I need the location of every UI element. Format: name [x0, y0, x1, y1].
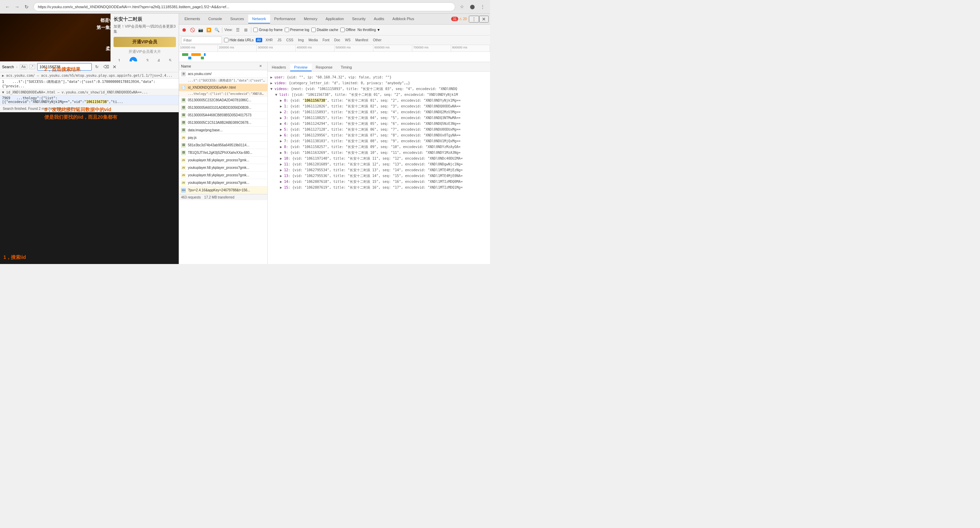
filter-all-badge[interactable]: All — [256, 38, 262, 42]
request-item-js-1[interactable]: JS pay.js — [179, 134, 267, 142]
filter-button[interactable]: 🔽 — [205, 27, 212, 33]
filter-manifest[interactable]: Manifest — [354, 38, 370, 43]
result-2-number: 7969 — [2, 96, 14, 100]
filter-img[interactable]: Img — [297, 38, 305, 43]
ep-4[interactable]: 4 — [158, 58, 160, 61]
request-item-js-2[interactable]: JS youkuplayer.fdl.ykplayer_process?gmk.… — [179, 156, 267, 164]
disable-cache-label[interactable]: Disable cache — [311, 28, 338, 32]
tab-headers[interactable]: Headers — [268, 64, 290, 71]
name-close-icon[interactable]: ✕ — [259, 64, 262, 68]
detail-view-button[interactable]: ⊞ — [243, 27, 249, 33]
preserve-log-label[interactable]: Preserve log — [285, 28, 309, 32]
request-item-img-3[interactable]: 🖼 051300005A4468CB859B5D05D4017573 — [179, 112, 267, 119]
request-sub-1: ...thology":{"list":[{"encodevid":"XNDl0… — [179, 91, 267, 97]
preserve-log-checkbox[interactable] — [285, 28, 289, 32]
ep-5[interactable]: 5 — [169, 58, 172, 61]
search-regex-toggle[interactable]: .* — [29, 64, 35, 69]
disable-cache-checkbox[interactable] — [311, 28, 316, 32]
request-item-img-1[interactable]: 🖼 051300005C232C86ADA2D40781086C... — [179, 97, 267, 104]
tab-memory[interactable]: Memory — [300, 15, 321, 24]
filter-xhr[interactable]: XHR — [264, 38, 274, 43]
tab-security[interactable]: Security — [348, 15, 370, 24]
search-aa-toggle[interactable]: Aa — [20, 64, 27, 69]
request-name-img-1: 051300005C232C86ADA2D40781086C... — [188, 98, 265, 102]
webpage-area: 都是VIP说话嚣张点！！！ 石家庄前 第一集没看懂，◎看看第二集能看懂！ 打卡 … — [0, 14, 179, 264]
filter-input[interactable] — [181, 37, 222, 44]
devtools-more-button[interactable]: ⋮ — [469, 16, 479, 22]
tab-performance[interactable]: Performance — [270, 15, 300, 24]
back-button[interactable]: ← — [3, 3, 11, 11]
play-button[interactable]: ▶ — [130, 57, 137, 61]
filter-css[interactable]: CSS — [285, 38, 295, 43]
filter-doc[interactable]: Doc — [333, 38, 342, 43]
request-icon-img-4: 🖼 — [181, 120, 186, 125]
request-item-img-2[interactable]: 🖼 051300005A603101ADBDD3056D0B39... — [179, 104, 267, 112]
devtools-close-button[interactable]: ✕ — [479, 16, 488, 22]
request-item-img-5[interactable]: 🖼 data:image/png;base... — [179, 126, 267, 134]
search-domain-2[interactable]: ▼ id_XNDl0NDQ0ODEwNA=.html — v.youku.com… — [0, 89, 179, 96]
tab-timing[interactable]: Timing — [337, 64, 356, 71]
filter-ws[interactable]: WS — [344, 38, 352, 43]
tab-preview[interactable]: Preview — [290, 64, 312, 71]
vip-button[interactable]: 开通VIP会员 — [113, 37, 176, 47]
list-view-button[interactable]: ☰ — [235, 27, 241, 33]
tab-network[interactable]: Network — [248, 15, 270, 24]
search-results-panel: Search ↓ Aa .* ↻ ⌫ ✕ ▶ acs.youku.com/ — … — [0, 61, 179, 112]
request-item-img-4[interactable]: 🖼 051300005C1C513A8B2ABE089C0678... — [179, 119, 267, 126]
refresh-button[interactable]: ↻ — [22, 3, 31, 11]
throttling-dropdown[interactable]: ▼ — [377, 28, 380, 32]
vip-link[interactable]: 开通VIP会员看大片 — [113, 49, 176, 54]
url-text: https://v.youku.com/v_show/id_XNDl0NDQ0O… — [38, 5, 451, 9]
clear-button[interactable]: 🚫 — [189, 27, 196, 33]
request-item-js-4[interactable]: JS youkuplayer.fdl.ykplayer_process?gmk.… — [179, 172, 267, 179]
request-item-js-3[interactable]: JS youkuplayer.fdl.ykplayer_process?gmk.… — [179, 164, 267, 172]
tab-sources[interactable]: Sources — [226, 15, 248, 24]
request-item-0[interactable]: ⚙ acs.youku.com/ — [179, 70, 267, 78]
ep-1[interactable]: 1 — [118, 58, 120, 61]
request-icon-js-2: JS — [181, 158, 186, 163]
offline-label[interactable]: Offline — [340, 28, 356, 32]
menu-button[interactable]: ⋮ — [479, 3, 487, 11]
response-lines: ▶ user: {uid: "", ip: "60.160.74.32", vi… — [270, 74, 487, 190]
filter-row: Hide data URLs All XHR JS CSS Img Media … — [179, 35, 490, 45]
request-icon-0: ⚙ — [181, 72, 186, 77]
filter-media[interactable]: Media — [307, 38, 319, 43]
request-item-img-7[interactable]: 🖼 TB1QSJTXeL2gK0jSZPhXXahvXXa-680... — [179, 149, 267, 156]
resp-line-8: ▶ 4: {vid: "1061124294", title: "长安十二时辰 … — [270, 121, 487, 126]
tab-response[interactable]: Response — [312, 64, 337, 71]
search-refresh-button[interactable]: ↻ — [94, 64, 100, 70]
forward-button[interactable]: → — [13, 3, 21, 11]
tab-elements[interactable]: Elements — [180, 15, 204, 24]
address-bar[interactable]: https://v.youku.com/v_show/id_XNDl0NDQ0O… — [33, 2, 455, 11]
tab-audits[interactable]: Audits — [370, 15, 388, 24]
capture-button[interactable]: 📷 — [197, 27, 204, 33]
request-name-js-4: youkuplayer.fdl.ykplayer_process?gmk... — [188, 173, 265, 177]
resp-line-3: ▼ list: [{vid: "1061156738", title: "长安十… — [270, 92, 487, 97]
hide-data-urls-checkbox[interactable] — [224, 38, 229, 42]
offline-checkbox[interactable] — [340, 28, 345, 32]
request-item-js-5[interactable]: JS youkuplayer.fdl.ykplayer_process?gmk.… — [179, 179, 267, 187]
bookmark-button[interactable]: ☆ — [458, 3, 466, 11]
search-input[interactable] — [37, 63, 92, 70]
ep-3[interactable]: 3 — [146, 58, 149, 61]
search-clear-button[interactable]: ⌫ — [102, 64, 110, 70]
group-by-frame-checkbox[interactable] — [253, 28, 258, 32]
hide-data-urls-label[interactable]: Hide data URLs — [224, 38, 254, 42]
request-item-1[interactable]: 📄 id_XNDl0NDQ0ODEwNA=.html — [179, 84, 267, 91]
extensions-button[interactable]: ⬤ — [468, 3, 476, 11]
tab-application[interactable]: Application — [321, 15, 348, 24]
group-by-frame-label[interactable]: Group by frame — [253, 28, 282, 32]
tab-adblock[interactable]: Adblock Plus — [388, 15, 418, 24]
search-result-2[interactable]: 7969 ...thology":{"list":[{"encodevid":"… — [0, 96, 179, 105]
view-label: View: — [224, 28, 232, 32]
search-result-1[interactable]: 1 ...t":["SUCCESS::调用成功"],"data":{"cost"… — [0, 79, 179, 89]
request-item-img-6[interactable]: 🖼 581e3bc3d74b43ab956a649519b0114... — [179, 142, 267, 149]
filter-js[interactable]: JS — [276, 38, 283, 43]
filter-other[interactable]: Other — [372, 38, 383, 43]
request-item-xhr-1[interactable]: XH ?jsv=2.4.16&appKey=24679788&t=156... — [179, 187, 267, 194]
filter-font[interactable]: Font — [321, 38, 331, 43]
tab-console[interactable]: Console — [204, 15, 226, 24]
search-network-button[interactable]: 🔍 — [214, 27, 220, 33]
request-name-img-3: 051300005A4468CB859B5D05D4017573 — [188, 113, 265, 117]
search-close-button[interactable]: ✕ — [113, 64, 117, 70]
